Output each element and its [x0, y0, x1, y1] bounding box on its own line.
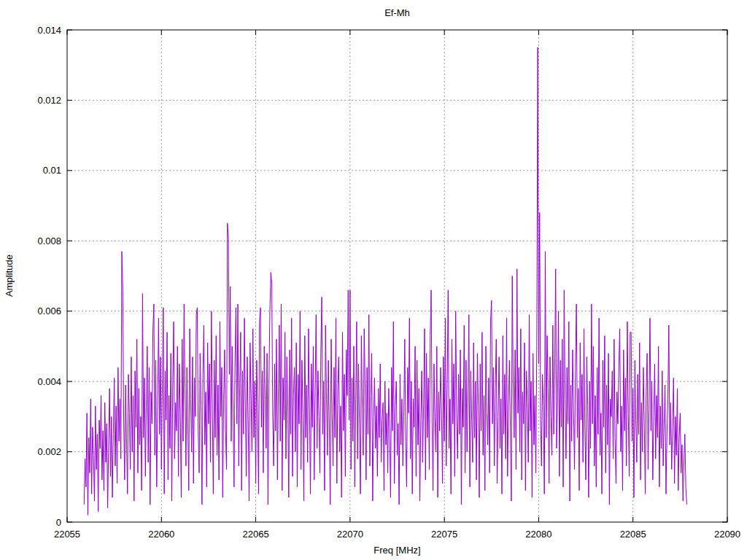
x-tick-label: 22065 — [242, 529, 268, 540]
x-tick-label: 22080 — [525, 529, 551, 540]
x-tick-label: 22085 — [620, 529, 646, 540]
y-tick-label: 0.014 — [37, 25, 61, 36]
x-tick-label: 22060 — [148, 529, 174, 540]
y-tick-label: 0.01 — [43, 165, 61, 176]
plot-area: 2205522060220652207022075220802208522090… — [0, 0, 747, 560]
data-series-line — [84, 47, 686, 515]
gnuplot-chart: Ef-Mh Amplitude Freq [MHz] 2205522060220… — [0, 0, 747, 560]
x-tick-label: 22055 — [54, 529, 80, 540]
x-tick-label: 22075 — [431, 529, 457, 540]
y-tick-label: 0.008 — [37, 236, 61, 246]
y-tick-label: 0.006 — [37, 306, 61, 316]
x-tick-label: 22090 — [714, 529, 740, 540]
x-tick-labels: 2205522060220652207022075220802208522090 — [54, 529, 740, 540]
y-tick-label: 0.002 — [37, 446, 61, 457]
y-tick-label: 0 — [56, 517, 61, 528]
y-tick-labels: 00.0020.0040.0060.0080.010.0120.014 — [37, 25, 61, 528]
y-tick-label: 0.012 — [37, 95, 61, 106]
y-tick-label: 0.004 — [37, 376, 61, 387]
x-tick-label: 22070 — [337, 529, 363, 540]
